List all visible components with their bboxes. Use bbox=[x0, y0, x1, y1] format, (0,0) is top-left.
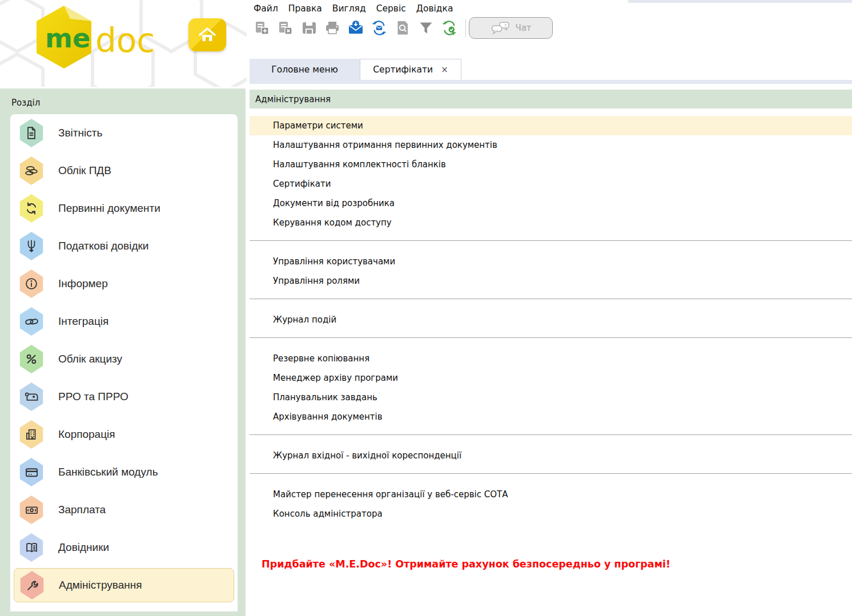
save-button[interactable] bbox=[300, 18, 318, 37]
group-divider bbox=[250, 473, 852, 474]
mail-receive-icon bbox=[347, 19, 365, 37]
menu-file[interactable]: Файл bbox=[253, 2, 279, 15]
group-divider bbox=[250, 337, 852, 338]
group-divider bbox=[250, 299, 852, 299]
sidebar-item-vat[interactable]: Облік ПДВ bbox=[10, 152, 238, 190]
home-button[interactable] bbox=[188, 18, 226, 51]
admin-item-archive-manager[interactable]: Менеджер архіву програми bbox=[250, 368, 852, 388]
tab-bar: Головне меню Сертифікати × bbox=[250, 59, 461, 80]
sidebar-panel: Звітність Облік ПДВ Первинні документи bbox=[10, 114, 238, 611]
new-report-icon bbox=[254, 19, 271, 37]
link-icon bbox=[18, 307, 45, 336]
menu-edit[interactable]: Правка bbox=[288, 2, 323, 15]
admin-item-system-parameters[interactable]: Параметри системи bbox=[250, 116, 852, 135]
menu-view[interactable]: Вигляд bbox=[332, 2, 367, 15]
menu-service[interactable]: Сервіс bbox=[376, 2, 407, 15]
toolbar-divider bbox=[465, 19, 466, 37]
tab-close-icon[interactable]: × bbox=[441, 66, 448, 74]
admin-item-developer-documents[interactable]: Документи від розробника bbox=[250, 194, 852, 213]
delete-report-button[interactable] bbox=[276, 18, 295, 37]
admin-item-sota-transfer-wizard[interactable]: Майстер перенесення організації у веб-се… bbox=[250, 485, 852, 504]
filter-button[interactable] bbox=[417, 18, 435, 37]
report-icon bbox=[18, 119, 45, 147]
promo-banner[interactable]: Придбайте «M.E.Doc»! Отримайте рахунок б… bbox=[250, 558, 852, 570]
sidebar-item-excise[interactable]: Облік акцизу bbox=[10, 340, 238, 378]
sidebar-item-directories[interactable]: Довідники bbox=[10, 529, 238, 566]
tab-strip bbox=[250, 80, 852, 84]
menu-help[interactable]: Довідка bbox=[416, 2, 454, 15]
admin-item-admin-console[interactable]: Консоль адміністратора bbox=[250, 504, 852, 524]
sidebar-item-banking[interactable]: Банківський модуль bbox=[10, 453, 238, 491]
sidebar-header: Розділ bbox=[11, 98, 40, 108]
sidebar-item-integration[interactable]: Інтеграція bbox=[10, 303, 238, 340]
sidebar-item-salary[interactable]: Зарплата bbox=[10, 491, 238, 529]
tab-certificates[interactable]: Сертифікати × bbox=[360, 59, 461, 80]
cash-register-icon bbox=[18, 383, 45, 411]
mail-receive-button[interactable] bbox=[347, 18, 365, 37]
admin-item-primary-docs-receive-settings[interactable]: Налаштування отримання первинних докумен… bbox=[250, 135, 852, 155]
svg-text:?: ? bbox=[504, 23, 507, 29]
sidebar-item-label: Довідники bbox=[58, 541, 109, 554]
update-button[interactable] bbox=[440, 18, 459, 37]
medoc-logo: me doc bbox=[31, 3, 186, 74]
admin-menu-list: Параметри системи Налаштування отримання… bbox=[250, 108, 852, 570]
chat-bubbles-icon: ? ... bbox=[490, 20, 511, 36]
percent-icon bbox=[18, 345, 45, 373]
admin-item-event-log[interactable]: Журнал подій bbox=[250, 310, 852, 329]
sidebar: Розділ Звітність Облік ПДВ bbox=[0, 88, 246, 616]
exchange-icon bbox=[18, 194, 45, 223]
content-header: Адміністрування bbox=[250, 90, 852, 108]
new-report-button[interactable] bbox=[253, 18, 271, 37]
sidebar-item-label: Податкові довідки bbox=[58, 240, 148, 252]
mail-exchange-icon bbox=[370, 19, 388, 37]
vat-coins-icon bbox=[18, 156, 45, 185]
print-button[interactable] bbox=[323, 18, 341, 37]
wrench-icon bbox=[19, 571, 45, 599]
sidebar-item-rro[interactable]: РРО та ПРРО bbox=[10, 378, 238, 416]
sidebar-item-corporation[interactable]: Корпорація bbox=[10, 416, 238, 453]
update-icon bbox=[440, 19, 459, 37]
document-search-button[interactable] bbox=[393, 18, 412, 37]
sidebar-item-label: Корпорація bbox=[58, 428, 115, 441]
svg-text:me: me bbox=[45, 23, 90, 54]
logo-zone: me doc bbox=[0, 0, 247, 87]
banknote-icon bbox=[18, 496, 45, 524]
admin-item-task-scheduler[interactable]: Планувальник завдань bbox=[250, 388, 852, 407]
tab-main-menu[interactable]: Головне меню bbox=[250, 59, 360, 80]
bank-card-icon bbox=[18, 458, 45, 486]
info-icon bbox=[18, 269, 45, 298]
admin-item-correspondence-log[interactable]: Журнал вхідної - вихідної кореспонденції bbox=[250, 446, 852, 465]
home-icon bbox=[198, 26, 217, 43]
admin-item-user-management[interactable]: Управління користувачами bbox=[250, 252, 852, 271]
admin-item-role-management[interactable]: Управління ролями bbox=[250, 271, 852, 291]
sidebar-item-tax-certificates[interactable]: Податкові довідки bbox=[10, 227, 238, 265]
chat-button-label: Чат bbox=[515, 23, 531, 33]
delete-report-icon bbox=[277, 19, 294, 37]
window-top-strip bbox=[628, 0, 852, 3]
tab-label: Головне меню bbox=[271, 65, 337, 75]
sidebar-item-label: Первинні документи bbox=[58, 202, 160, 215]
print-icon bbox=[324, 19, 341, 37]
svg-text:...: ... bbox=[494, 26, 499, 31]
sidebar-item-primary-documents[interactable]: Первинні документи bbox=[10, 190, 238, 227]
group-divider bbox=[250, 434, 852, 435]
mail-exchange-button[interactable] bbox=[370, 18, 388, 37]
admin-item-backup[interactable]: Резервне копіювання bbox=[250, 349, 852, 368]
admin-item-access-code[interactable]: Керування кодом доступу bbox=[250, 213, 852, 232]
tab-label: Сертифікати bbox=[373, 65, 433, 75]
chat-button[interactable]: ? ... Чат bbox=[469, 17, 553, 39]
building-icon bbox=[18, 420, 45, 449]
filter-icon bbox=[418, 20, 434, 36]
sidebar-item-label: Звітність bbox=[58, 127, 102, 139]
sidebar-item-label: РРО та ПРРО bbox=[58, 390, 128, 403]
toolbar bbox=[253, 18, 459, 37]
sidebar-item-informer[interactable]: Інформер bbox=[10, 265, 238, 303]
admin-item-blank-set-settings[interactable]: Налаштування комплектності бланків bbox=[250, 155, 852, 174]
admin-item-certificates[interactable]: Сертифікати bbox=[250, 174, 852, 194]
trident-icon bbox=[18, 232, 45, 260]
sidebar-item-label: Облік акцизу bbox=[58, 353, 122, 365]
main-content: Адміністрування Параметри системи Налашт… bbox=[250, 90, 852, 616]
sidebar-item-reporting[interactable]: Звітність bbox=[10, 114, 238, 152]
sidebar-item-administration[interactable]: Адміністрування bbox=[14, 568, 234, 602]
admin-item-document-archiving[interactable]: Архівування документів bbox=[250, 407, 852, 426]
